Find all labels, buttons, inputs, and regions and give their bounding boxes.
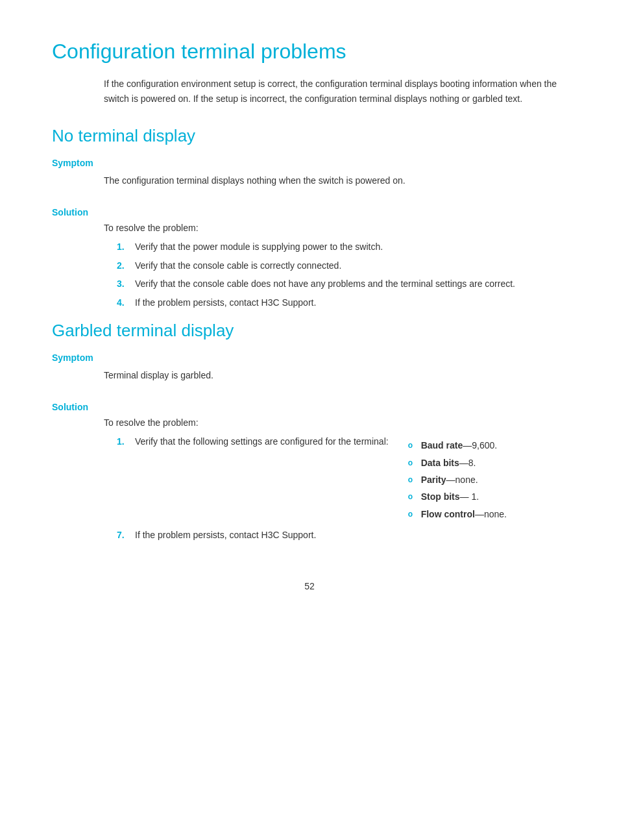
solution-block-1: Solution To resolve the problem: Verify … (52, 207, 567, 310)
parity-value: —none. (446, 475, 478, 485)
solution-label-1: Solution (52, 207, 567, 217)
sub-step-flow-control: Flow control—none. (408, 507, 507, 521)
data-bits-value: —8. (459, 458, 476, 468)
symptom-block-1: Symptom The configuration terminal displ… (52, 158, 567, 188)
symptom-label-2: Symptom (52, 352, 567, 363)
solution-intro-2: To resolve the problem: (104, 417, 567, 428)
page-container: Configuration terminal problems If the c… (0, 0, 619, 643)
section-1-title: No terminal display (52, 125, 567, 147)
symptom-label-1: Symptom (52, 158, 567, 168)
step-1-4: If the problem persists, contact H3C Sup… (117, 295, 567, 310)
sub-step-data-bits: Data bits—8. (408, 456, 507, 470)
sub-step-baud-rate: Baud rate—9,600. (408, 438, 507, 452)
sub-step-stop-bits: Stop bits— 1. (408, 489, 507, 504)
solution-block-2: Solution To resolve the problem: Verify … (52, 402, 567, 542)
symptom-text-2: Terminal display is garbled. (104, 368, 567, 382)
solution-intro-1: To resolve the problem: (104, 223, 567, 233)
page-number: 52 (52, 581, 567, 591)
symptom-block-2: Symptom Terminal display is garbled. (52, 352, 567, 382)
data-bits-term: Data bits (421, 458, 459, 468)
stop-bits-term: Stop bits (421, 491, 460, 502)
section-2-title: Garbled terminal display (52, 320, 567, 342)
step-1-2: Verify that the console cable is correct… (117, 258, 567, 273)
baud-rate-term: Baud rate (421, 440, 463, 451)
step-2-2: If the problem persists, contact H3C Sup… (117, 528, 567, 542)
flow-control-term: Flow control (421, 509, 475, 519)
sub-steps-list: Baud rate—9,600. Data bits—8. Parity—non… (408, 438, 507, 524)
section-no-terminal-display: No terminal display Symptom The configur… (52, 125, 567, 310)
solution-label-2: Solution (52, 402, 567, 412)
page-title: Configuration terminal problems (52, 39, 567, 64)
steps-list-1: Verify that the power module is supplyin… (117, 240, 567, 310)
step-1-3: Verify that the console cable does not h… (117, 277, 567, 291)
steps-list-2: Verify that the following settings are c… (117, 434, 567, 542)
stop-bits-value: — 1. (460, 491, 479, 502)
sub-step-parity: Parity—none. (408, 473, 507, 487)
step-1-1: Verify that the power module is supplyin… (117, 240, 567, 254)
flow-control-value: —none. (475, 509, 507, 519)
section-garbled-terminal-display: Garbled terminal display Symptom Termina… (52, 320, 567, 543)
intro-paragraph: If the configuration environment setup i… (104, 77, 567, 106)
symptom-text-1: The configuration terminal displays noth… (104, 173, 567, 188)
baud-rate-value: —9,600. (463, 440, 497, 451)
parity-term: Parity (421, 475, 446, 485)
step-2-1: Verify that the following settings are c… (117, 434, 567, 524)
